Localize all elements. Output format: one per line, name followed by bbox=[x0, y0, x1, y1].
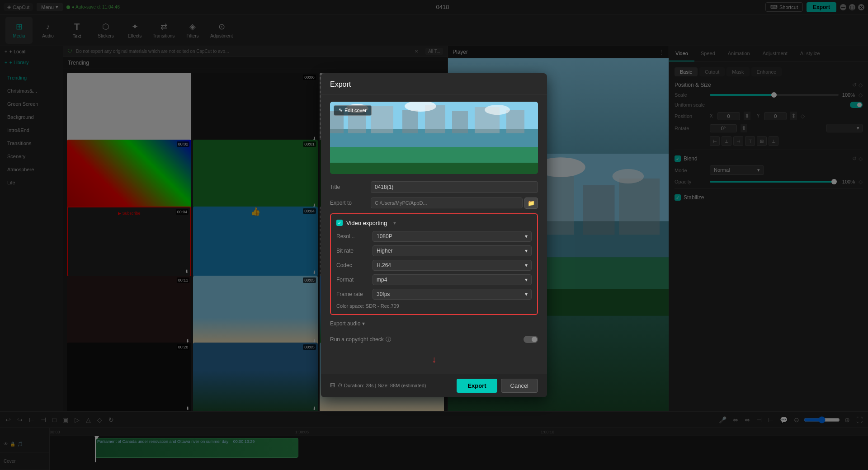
video-export-box: ✓ Video exporting ▼ Resol... 1080P ▾ Bit… bbox=[330, 213, 538, 315]
export-path-container: C:/Users/MyPC/AppD... 📁 bbox=[371, 197, 538, 209]
svg-rect-14 bbox=[330, 147, 538, 163]
format-chevron-icon: ▾ bbox=[525, 277, 528, 283]
resolution-value: 1080P bbox=[377, 233, 392, 240]
title-input[interactable] bbox=[371, 181, 538, 193]
bitrate-select[interactable]: Higher ▾ bbox=[373, 245, 532, 256]
resolution-label: Resol... bbox=[336, 233, 373, 240]
codec-select[interactable]: H.264 ▾ bbox=[373, 260, 532, 271]
export-path-display: C:/Users/MyPC/AppD... bbox=[371, 197, 523, 208]
modal-footer: 🎞 ⏱ Duration: 28s | Size: 88M (estimated… bbox=[321, 374, 547, 397]
duration-text: ⏱ Duration: 28s | Size: 88M (estimated) bbox=[338, 383, 426, 388]
modal-body: ✎ Edit cover Title Export to C:/Users/My… bbox=[321, 94, 547, 374]
format-row: Format mp4 ▾ bbox=[336, 274, 532, 285]
codec-value: H.264 bbox=[377, 262, 391, 268]
copyright-label: Run a copyright check ⓘ bbox=[330, 336, 391, 343]
export-modal: Export bbox=[321, 73, 547, 397]
footer-buttons: Export Cancel bbox=[457, 379, 538, 393]
framerate-value: 30fps bbox=[377, 291, 390, 297]
bitrate-value: Higher bbox=[377, 248, 392, 254]
export-audio-label: Export audio ▾ bbox=[330, 320, 365, 327]
export-audio-row[interactable]: Export audio ▾ bbox=[330, 320, 538, 327]
resolution-row: Resol... 1080P ▾ bbox=[336, 231, 532, 242]
color-space-info: Color space: SDR - Rec.709 bbox=[336, 303, 532, 309]
svg-rect-15 bbox=[330, 163, 538, 174]
copyright-row: Run a copyright check ⓘ bbox=[330, 332, 538, 347]
cover-section: ✎ Edit cover bbox=[330, 102, 538, 174]
duration-info: 🎞 ⏱ Duration: 28s | Size: 88M (estimated… bbox=[330, 383, 426, 388]
svg-rect-19 bbox=[402, 110, 418, 133]
export-to-row: Export to C:/Users/MyPC/AppD... 📁 bbox=[330, 197, 538, 209]
modal-title: Export bbox=[321, 73, 547, 94]
bitrate-row: Bit rate Higher ▾ bbox=[336, 245, 532, 256]
video-export-title: Video exporting bbox=[346, 220, 387, 226]
export-arrow-icon: ↓ bbox=[432, 354, 436, 365]
bitrate-label: Bit rate bbox=[336, 248, 373, 254]
title-row: Title bbox=[330, 181, 538, 193]
pencil-icon: ✎ bbox=[339, 108, 343, 113]
modal-overlay: Export bbox=[0, 0, 868, 470]
video-export-checkbox[interactable]: ✓ bbox=[336, 220, 343, 226]
copyright-toggle[interactable] bbox=[524, 336, 538, 343]
export-to-label: Export to bbox=[330, 200, 366, 206]
framerate-row: Frame rate 30fps ▾ bbox=[336, 289, 532, 300]
cancel-button[interactable]: Cancel bbox=[501, 379, 538, 393]
codec-label: Codec bbox=[336, 262, 373, 268]
title-field-label: Title bbox=[330, 184, 366, 190]
svg-rect-23 bbox=[506, 110, 524, 133]
framerate-select[interactable]: 30fps ▾ bbox=[373, 289, 532, 300]
export-arrow-container: ↓ bbox=[330, 354, 538, 365]
format-label: Format bbox=[336, 277, 373, 283]
format-select[interactable]: mp4 ▾ bbox=[373, 274, 532, 285]
framerate-chevron-icon: ▾ bbox=[525, 291, 528, 297]
svg-point-26 bbox=[485, 105, 510, 115]
format-value: mp4 bbox=[377, 277, 387, 283]
copyright-text: Run a copyright check bbox=[330, 336, 384, 343]
copyright-info-icon: ⓘ bbox=[386, 336, 391, 343]
codec-chevron-icon: ▾ bbox=[525, 262, 528, 268]
ve-header: ✓ Video exporting ▼ bbox=[336, 220, 532, 226]
svg-rect-18 bbox=[371, 106, 393, 133]
export-main-button[interactable]: Export bbox=[457, 379, 497, 393]
codec-row: Codec H.264 ▾ bbox=[336, 260, 532, 271]
resolution-chevron-icon: ▾ bbox=[525, 233, 528, 240]
film-icon: 🎞 bbox=[330, 383, 335, 388]
folder-browse-button[interactable]: 📁 bbox=[524, 197, 538, 209]
ve-arrow-icon: ▼ bbox=[392, 221, 397, 226]
resolution-select[interactable]: 1080P ▾ bbox=[373, 231, 532, 242]
framerate-label: Frame rate bbox=[336, 291, 373, 297]
edit-cover-button[interactable]: ✎ Edit cover bbox=[334, 105, 372, 116]
bitrate-chevron-icon: ▾ bbox=[525, 248, 528, 254]
svg-rect-21 bbox=[452, 111, 468, 133]
